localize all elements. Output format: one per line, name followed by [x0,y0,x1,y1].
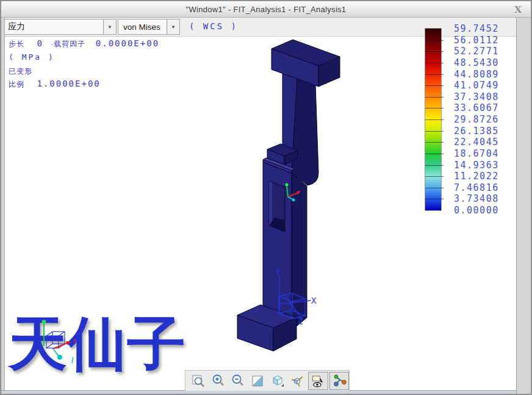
legend-value: 26.1385 [454,126,499,137]
legend-tick [425,85,444,86]
legend-tick [425,63,444,63]
legend-value: 22.4045 [454,137,499,148]
zoom-window-icon [191,374,206,388]
close-icon: X [514,4,522,15]
edit-post-view-icon [311,374,325,388]
edit-post-view-button[interactable] [308,372,328,390]
step-label: 步长 [9,40,24,48]
legend-tick [425,199,444,199]
rotate-view-button[interactable] [287,372,307,390]
watermark-text: 天仙子 [9,313,186,375]
result-type-dropdown-arrow[interactable]: ▼ [103,19,117,35]
legend-tick [425,154,444,154]
legend-tick [425,97,444,98]
zoom-out-icon [231,374,245,388]
unit-line: ( MPa ) [9,51,55,62]
legend-tick [425,131,444,132]
chevron-down-icon: ▼ [107,24,112,30]
legend-value: 3.73408 [454,193,499,205]
deformed-label: 已变形 [9,67,32,76]
isometric-cube-icon [270,374,285,388]
orange-node [342,380,346,384]
blue-node [334,382,338,386]
coordinate-system-label: ( WCS ) [189,21,238,31]
fit-view-icon [250,374,265,388]
identify-button[interactable] [329,372,349,390]
window-title: "Window1" - FIT_Analysis1 - FIT_Analysis… [186,5,347,14]
zoom-in-icon [211,374,226,388]
legend-tick [425,176,444,177]
deformed-line: 已变形 [9,65,32,77]
component-value: von Mises [123,23,160,32]
legend-value: 41.0749 [454,80,499,91]
legend-tick [425,188,444,188]
legend-tick [425,165,444,166]
result-type-value: 应力 [8,21,25,32]
zoom-in-button[interactable] [208,372,228,390]
scale-value: 1.0000E+00 [37,79,100,88]
legend-value: 59.7452 [454,23,499,35]
legend-value: 29.8726 [454,114,499,126]
result-type-dropdown[interactable]: 应力 [2,19,104,35]
scale-line: 比例 1.0000E+00 [9,78,101,90]
chevron-down-icon: ▼ [171,24,176,30]
view-cube-button[interactable] [267,372,287,390]
close-button[interactable]: X [511,4,525,16]
dropdown-corner-icon [281,384,284,386]
fit-view-button[interactable] [248,372,267,390]
component-dropdown[interactable]: von Mises [118,19,167,35]
zoom-window-button[interactable] [189,372,208,390]
legend-value: 48.5430 [454,57,499,69]
step-value: 0 [37,38,43,48]
legend-value: 52.2771 [454,46,499,57]
unit-label: ( MPa ) [9,52,55,62]
legend-value: 11.2022 [454,171,499,182]
stress-legend [425,29,441,210]
legend-value: 7.46816 [454,182,499,194]
legend-tick [425,40,444,41]
analysis-window: "Window1" - FIT_Analysis1 - FIT_Analysis… [0,0,532,395]
legend-value: 33.6067 [454,102,499,114]
scale-label: 比例 [9,80,24,88]
legend-tick [425,74,444,75]
rotate-view-icon [290,374,304,388]
zoom-out-button[interactable] [228,372,248,390]
legend-tick [425,142,444,143]
legend-value: 44.8089 [454,69,499,80]
legend-tick [425,119,444,120]
legend-labels: 59.745256.011252.277148.543044.808941.07… [454,23,521,218]
step-load-line: 步长 0 ·载荷因子 0.0000E+00 [9,38,159,49]
legend-value: 14.9363 [454,160,499,171]
green-node [334,375,338,379]
identify-nodes-icon [332,374,347,388]
legend-value: 56.0112 [454,35,499,46]
legend-value: 37.3408 [454,91,499,103]
legend-tick [425,108,444,109]
load-factor-label: ·载荷因子 [51,40,85,48]
titlebar[interactable]: "Window1" - FIT_Analysis1 - FIT_Analysis… [1,1,531,18]
legend-value: 18.6704 [454,148,499,160]
legend-value: 0.00000 [454,205,499,216]
load-factor-value: 0.0000E+00 [96,38,159,48]
component-dropdown-arrow[interactable]: ▼ [167,19,180,35]
view-toolbar [185,370,350,391]
legend-tick [425,51,444,52]
